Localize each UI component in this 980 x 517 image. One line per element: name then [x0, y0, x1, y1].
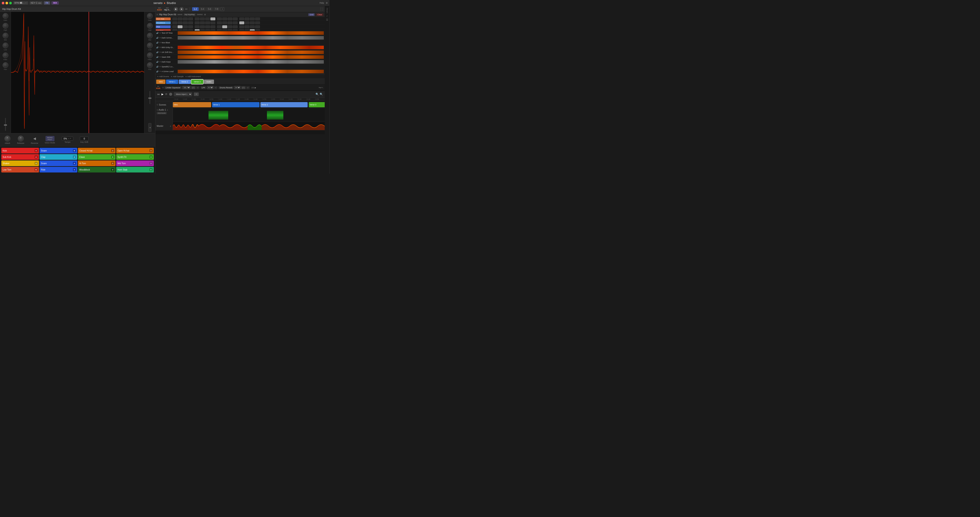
section-btn-verse-1[interactable]: Verse 1 — [166, 79, 178, 84]
step-2-6[interactable] — [205, 25, 210, 28]
step-1-1[interactable] — [178, 21, 183, 24]
zoom-in-button[interactable]: 🔍 — [320, 93, 323, 96]
high-knob[interactable] — [3, 23, 8, 29]
sample-solo-7[interactable]: S — [159, 66, 161, 68]
arr-play-button[interactable]: ▶ — [161, 93, 164, 96]
fx-power-1[interactable]: ⊙ — [162, 86, 164, 89]
mid-knob-right[interactable] — [147, 33, 153, 38]
stop-button[interactable]: ■ — [180, 7, 184, 11]
section-btn-verse-3[interactable]: Verse 3 — [191, 79, 203, 84]
library-icon[interactable]: ♪ — [326, 14, 328, 17]
play-button[interactable]: ▶ — [174, 7, 178, 11]
step-1-12[interactable] — [239, 21, 244, 24]
clear-button[interactable]: Clear — [316, 13, 323, 16]
fx-slot2-name[interactable]: LPF — [200, 86, 207, 89]
step-0-1[interactable] — [178, 17, 183, 20]
low-knob[interactable] — [3, 43, 8, 48]
record-button[interactable] — [169, 93, 172, 96]
zoom-out-button[interactable]: 🔍 — [315, 93, 319, 96]
voice-mode-button[interactable]: MONO POLY — [46, 136, 54, 141]
step-2-5[interactable] — [200, 25, 205, 28]
high-knob-right[interactable] — [147, 23, 153, 29]
filter-knob[interactable] — [3, 52, 8, 58]
key-value[interactable]: C — [36, 2, 37, 4]
step-1-11[interactable] — [233, 21, 238, 24]
fx-slot3-select[interactable]: ▾ — [234, 86, 241, 89]
step-2-12[interactable] — [239, 25, 244, 28]
pad-low-tom-12[interactable]: Low Tom B — [1, 167, 39, 173]
menu-button[interactable]: ••• — [185, 8, 188, 10]
pan-knob-right[interactable] — [147, 62, 153, 68]
add-section-button[interactable]: + — [220, 7, 224, 11]
instrument-row-1[interactable]: Woodblock — [155, 21, 172, 25]
add-audio-button[interactable]: Add Audio — [157, 112, 167, 114]
pad-snare-1[interactable]: Snare B — [40, 148, 77, 154]
pad-sub-kick-4[interactable]: Sub Kick A — [1, 154, 39, 160]
sample-solo-6[interactable]: S — [159, 61, 161, 63]
pad-closed-hi-hat-2[interactable]: Closed Hi-hat 3 — [78, 148, 116, 154]
master-collapse[interactable]: ∧ — [170, 125, 171, 127]
step-0-4[interactable] — [195, 17, 200, 20]
pad-kick-0[interactable]: Kick X — [1, 148, 39, 154]
fx-slot1-select[interactable]: 1/1 — [182, 86, 191, 89]
step-2-0[interactable] — [172, 25, 177, 28]
step-0-0[interactable] — [172, 17, 177, 20]
audio1-solo[interactable]: S — [157, 109, 158, 111]
step-1-3[interactable] — [188, 21, 193, 24]
fx-route-1[interactable]: ↩ — [196, 86, 200, 89]
solo-icon[interactable]: S — [157, 14, 158, 16]
section-tab-78[interactable]: 7-8 — [213, 7, 220, 11]
step-2-14[interactable] — [250, 25, 255, 28]
close-button[interactable] — [2, 2, 5, 5]
step-1-0[interactable] — [172, 21, 177, 24]
step-0-9[interactable] — [222, 17, 227, 20]
key-mode[interactable]: min — [38, 2, 41, 4]
step-1-4[interactable] — [195, 21, 200, 24]
pad-clave-6[interactable]: Clave X — [78, 154, 116, 160]
swing-toggle[interactable]: ⚙ — [204, 14, 206, 16]
tempo-display[interactable]: 0% ▲▼ — [62, 136, 73, 141]
pad-mid-tom-11[interactable]: Mid Tom 3 — [116, 160, 154, 166]
arr-rewind-button[interactable]: ⏮ — [157, 93, 160, 96]
maximize-button[interactable] — [9, 2, 12, 5]
mid-knob[interactable] — [3, 33, 8, 38]
add-drums-button[interactable]: Add Drums — [157, 75, 169, 78]
section-btn-intro[interactable]: Intro — [156, 79, 165, 84]
sample-solo-5[interactable]: S — [159, 56, 161, 58]
fx-button[interactable]: FX — [44, 1, 50, 5]
pan-knob[interactable] — [3, 62, 8, 68]
step-1-15[interactable] — [255, 21, 260, 24]
audio-clip-2[interactable] — [267, 111, 283, 120]
scene-clip-verse-1-1[interactable]: Verse 1 — [212, 102, 259, 107]
scene-clip-intro-0[interactable]: Intro — [173, 102, 211, 107]
step-2-7[interactable] — [210, 25, 215, 28]
collapse-button[interactable]: ◀ — [148, 123, 151, 132]
audio-clip-1[interactable] — [208, 111, 228, 120]
input-select[interactable]: Mono Input 1 — [174, 92, 192, 96]
bpm-value[interactable]: 85 — [20, 2, 22, 4]
sample-solo-4[interactable]: S — [159, 51, 161, 53]
sample-solo-2[interactable]: S — [159, 41, 161, 43]
pad-horn-stab-15[interactable]: Horn Stab V — [116, 167, 154, 173]
audio1-collapse[interactable]: ∧ — [167, 109, 168, 111]
step-1-10[interactable] — [228, 21, 232, 24]
step-1-8[interactable] — [217, 21, 222, 24]
step-1-13[interactable] — [245, 21, 250, 24]
instrument-row-2[interactable]: Ride — [155, 25, 172, 29]
volume-fader-left[interactable] — [5, 118, 6, 131]
step-0-2[interactable] — [183, 17, 188, 20]
pad-shaker-8[interactable]: Shaker A — [1, 160, 39, 166]
filter-knob-right[interactable] — [147, 52, 153, 58]
step-0-13[interactable] — [245, 17, 250, 20]
add-sample-button[interactable]: Add Sample — [171, 75, 183, 78]
step-0-12[interactable] — [239, 17, 244, 20]
key-shift-display[interactable]: 0 — [80, 136, 89, 141]
scene-clip-verse-3-3[interactable]: Verse 3 — [309, 102, 325, 107]
instrument-row-3[interactable]: Low Tom — [155, 29, 172, 31]
sample-solo-3[interactable]: S — [159, 46, 161, 48]
step-1-9[interactable] — [222, 21, 227, 24]
browse-icon[interactable]: ☰ — [326, 18, 328, 21]
fx-route-2[interactable]: ↩ — [214, 86, 218, 89]
instrument-row-0[interactable]: Horn Stab — [155, 17, 172, 21]
mix-button[interactable]: MIX — [51, 1, 59, 5]
